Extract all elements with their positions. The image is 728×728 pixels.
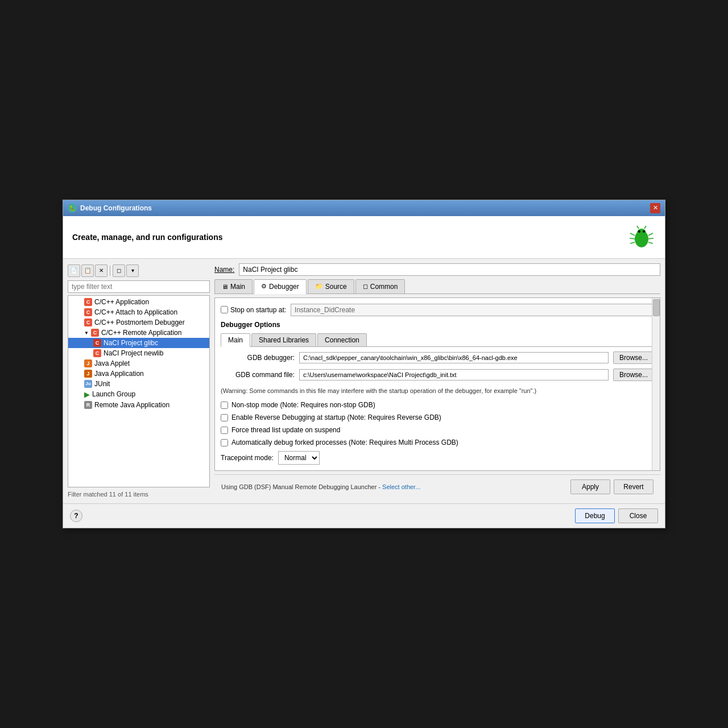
- debug-forked-checkbox[interactable]: [221, 439, 228, 446]
- debugger-tab-icon: ⚙: [261, 283, 267, 290]
- name-row: Name:: [214, 263, 660, 276]
- duplicate-config-button[interactable]: 📋: [81, 264, 94, 277]
- svg-point-2: [638, 230, 640, 233]
- remote-java-icon: R: [84, 401, 92, 409]
- gdb-debugger-row: GDB debugger: Browse...: [221, 351, 654, 364]
- scrollbar-track[interactable]: [652, 298, 660, 470]
- tab-debugger[interactable]: ⚙ Debugger: [254, 279, 307, 294]
- scrollbar-thumb[interactable]: [653, 299, 660, 316]
- debug-forked-row[interactable]: Automatically debug forked processes (No…: [221, 439, 654, 446]
- new-config-button[interactable]: 📄: [68, 264, 80, 277]
- name-input[interactable]: [239, 263, 660, 276]
- svg-line-6: [630, 242, 635, 243]
- footer-right: Debug Close: [575, 508, 658, 523]
- tracepoint-row: Tracepoint mode: Normal Fast Static: [221, 451, 654, 465]
- tracepoint-select[interactable]: Normal Fast Static: [278, 451, 320, 465]
- gdb-command-label: GDB command file:: [221, 371, 295, 379]
- tree-item-java-application[interactable]: J Java Application: [68, 369, 209, 379]
- tree-item-remote-java[interactable]: R Remote Java Application: [68, 400, 209, 410]
- sub-tab-shared-libraries[interactable]: Shared Libraries: [251, 333, 316, 346]
- tab-debugger-label: Debugger: [269, 283, 299, 291]
- svg-line-11: [644, 226, 646, 229]
- tree-item-label: C/C++ Postmortem Debugger: [94, 318, 185, 326]
- select-other-link[interactable]: Select other...: [382, 483, 420, 490]
- tree-item-nacl-newlib[interactable]: C NaCI Project newlib: [68, 348, 209, 358]
- non-stop-mode-row[interactable]: Non-stop mode (Note: Requires non-stop G…: [221, 401, 654, 409]
- cpp-remote-icon: C: [91, 329, 99, 337]
- filter-input[interactable]: [68, 280, 210, 293]
- force-thread-update-row[interactable]: Force thread list update on suspend: [221, 426, 654, 434]
- sub-tabs-row: Main Shared Libraries Connection: [221, 333, 654, 347]
- bottom-buttons: Apply Revert: [570, 479, 653, 494]
- cpp-postmortem-icon: C: [84, 318, 92, 326]
- header-title: Create, manage, and run configurations: [72, 233, 223, 242]
- apply-button[interactable]: Apply: [570, 479, 610, 494]
- tree-item-label: NaCI Project glibc: [104, 339, 158, 347]
- tree-item-label: Java Application: [94, 370, 144, 378]
- tree-item-nacl-glibc[interactable]: C NaCI Project glibc: [68, 338, 209, 348]
- gdb-debugger-browse-button[interactable]: Browse...: [613, 351, 654, 364]
- force-thread-update-label: Force thread list update on suspend: [231, 426, 340, 434]
- startup-input[interactable]: [291, 304, 654, 316]
- bottom-bar: Using GDB (DSF) Manual Remote Debugging …: [214, 474, 660, 499]
- debug-configurations-dialog: 🐛 Debug Configurations ✕ Create, manage,…: [63, 200, 665, 528]
- tree-item-launch-group[interactable]: ▶ Launch Group: [68, 389, 209, 400]
- tab-main[interactable]: 🖥 Main: [214, 279, 253, 293]
- gdb-command-browse-button[interactable]: Browse...: [613, 369, 654, 381]
- tree-item-cpp-postmortem[interactable]: C C/C++ Postmortem Debugger: [68, 317, 209, 328]
- warning-text: (Warning: Some commands in this file may…: [221, 386, 654, 396]
- content-area: Stop on startup at: Debugger Options Mai…: [214, 297, 660, 471]
- stop-on-startup-checkbox[interactable]: [221, 306, 228, 313]
- reverse-debugging-checkbox[interactable]: [221, 414, 228, 421]
- svg-line-9: [648, 242, 653, 243]
- debug-forked-label: Automatically debug forked processes (No…: [231, 439, 458, 446]
- java-app-icon: J: [84, 370, 92, 378]
- tree-item-cpp-application[interactable]: C C/C++ Application: [68, 297, 209, 307]
- close-dialog-button[interactable]: Close: [618, 508, 658, 523]
- tree-item-label: C/C++ Attach to Application: [94, 308, 177, 316]
- debug-button[interactable]: Debug: [575, 508, 615, 523]
- stop-on-startup-label: Stop on startup at:: [230, 306, 286, 314]
- tab-source[interactable]: 📁 Source: [308, 279, 354, 293]
- tab-common[interactable]: ◻ Common: [355, 279, 406, 293]
- non-stop-mode-label: Non-stop mode (Note: Requires non-stop G…: [231, 401, 375, 409]
- gdb-debugger-input[interactable]: [299, 352, 609, 363]
- tab-main-label: Main: [230, 283, 245, 291]
- toolbar: 📄 📋 ✕ ◻ ▾: [68, 263, 210, 278]
- tree-item-junit[interactable]: Ju JUnit: [68, 379, 209, 389]
- sub-tab-connection-label: Connection: [325, 336, 359, 344]
- gdb-command-input[interactable]: [299, 369, 609, 380]
- toolbar-separator: [110, 266, 110, 276]
- junit-icon: Ju: [84, 380, 92, 388]
- dialog-footer: ? Debug Close: [63, 503, 665, 528]
- svg-line-5: [630, 238, 635, 239]
- tree-item-cpp-attach[interactable]: C C/C++ Attach to Application: [68, 307, 209, 317]
- reverse-debugging-row[interactable]: Enable Reverse Debugging at startup (Not…: [221, 413, 654, 421]
- right-panel: Name: 🖥 Main ⚙ Debugger 📁 Source ◻: [214, 263, 660, 499]
- dialog-header: Create, manage, and run configurations: [63, 216, 665, 259]
- svg-line-10: [637, 226, 639, 229]
- sub-tab-main-label: Main: [228, 336, 243, 344]
- sub-tab-connection[interactable]: Connection: [317, 333, 367, 346]
- delete-config-button[interactable]: ✕: [95, 264, 107, 277]
- gdb-command-row: GDB command file: Browse...: [221, 369, 654, 381]
- settings-button[interactable]: ▾: [126, 264, 139, 277]
- revert-button[interactable]: Revert: [614, 479, 653, 494]
- tree-item-cpp-remote[interactable]: ▼ C C/C++ Remote Application: [68, 328, 209, 338]
- tree-item-label: Launch Group: [92, 390, 135, 398]
- reverse-debugging-label: Enable Reverse Debugging at startup (Not…: [231, 413, 441, 421]
- non-stop-mode-checkbox[interactable]: [221, 402, 228, 409]
- force-thread-update-checkbox[interactable]: [221, 427, 228, 434]
- tree-item-java-applet[interactable]: J Java Applet: [68, 358, 209, 369]
- filter-button[interactable]: ◻: [113, 264, 125, 277]
- tree-item-label: JUnit: [94, 380, 110, 388]
- help-button[interactable]: ?: [70, 510, 82, 522]
- sub-tab-main[interactable]: Main: [221, 333, 250, 347]
- stop-on-startup-checkbox-label[interactable]: Stop on startup at:: [221, 306, 286, 314]
- svg-line-7: [648, 233, 653, 235]
- tab-source-label: Source: [325, 283, 347, 291]
- name-label: Name:: [214, 266, 234, 274]
- close-window-button[interactable]: ✕: [650, 203, 660, 213]
- java-applet-icon: J: [84, 359, 92, 367]
- startup-row: Stop on startup at:: [221, 304, 654, 316]
